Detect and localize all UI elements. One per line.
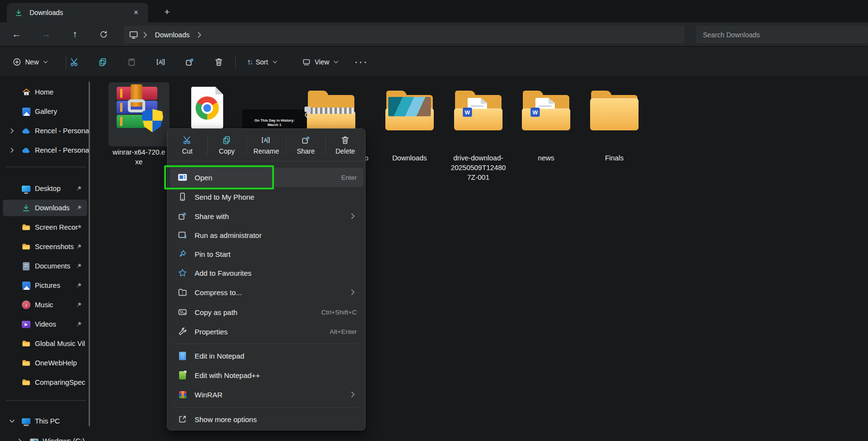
context-menu-item-pin-to-start[interactable]: Pin to Start — [170, 244, 364, 264]
command-bar: New A ↑↓ Sort View — [0, 47, 868, 77]
context-menu-item-copy-as-path[interactable]: Copy as path Ctrl+Shift+C — [170, 302, 364, 322]
breadcrumb-downloads[interactable]: Downloads — [155, 31, 190, 39]
pin-icon — [76, 282, 82, 289]
new-button[interactable]: New — [8, 52, 53, 72]
expand-icon — [178, 414, 187, 424]
share-button[interactable] — [180, 53, 199, 71]
search-box[interactable] — [696, 26, 868, 44]
tab-close-icon[interactable]: × — [130, 6, 142, 19]
context-menu-item-run-as-admin[interactable]: Run as administrator — [170, 225, 364, 245]
cut-button[interactable] — [65, 53, 84, 71]
context-menu: Cut Copy A Rename Share Delete Open — [167, 128, 365, 430]
sort-icon: ↑↓ — [247, 58, 252, 66]
sort-button[interactable]: ↑↓ Sort — [242, 52, 283, 72]
quick-rename-button[interactable]: A Rename — [246, 129, 286, 161]
sidebar-item-screenshots[interactable]: Screenshots — [3, 238, 87, 255]
onedrive-cloud-icon — [21, 145, 31, 155]
context-menu-item-edit-in-notepad[interactable]: Edit in Notepad — [170, 346, 364, 365]
sidebar-item-onedrive-2[interactable]: Rencel - Persona — [3, 142, 87, 158]
sidebar-item-screen-recordings[interactable]: Screen Recor — [3, 219, 87, 236]
pin-icon — [76, 185, 82, 192]
paste-button[interactable] — [122, 53, 141, 71]
sidebar-item-videos[interactable]: ▶ Videos — [3, 316, 87, 332]
uac-shield-icon — [142, 109, 163, 132]
folder-label-finals[interactable]: Finals — [580, 153, 648, 163]
sidebar-scrollbar[interactable] — [89, 81, 90, 426]
folder-label-downloads[interactable]: Downloads — [376, 153, 443, 163]
collapse-chevron-icon[interactable] — [9, 418, 15, 425]
context-menu-item-show-more-options[interactable]: Show more options — [170, 410, 364, 429]
folder-icon — [21, 222, 31, 232]
back-button[interactable]: ← — [8, 27, 25, 42]
sidebar-item-windows-c[interactable]: Windows (C:) — [3, 433, 87, 441]
quick-copy-button[interactable]: Copy — [207, 129, 247, 161]
pin-icon — [76, 243, 82, 250]
up-button[interactable]: ↑ — [67, 27, 83, 42]
folder-downloads[interactable] — [384, 89, 435, 132]
tab-title: Downloads — [30, 9, 130, 16]
context-menu-item-share-with[interactable]: Share with — [170, 206, 364, 226]
context-menu-item-compress-to[interactable]: Compress to... — [170, 283, 364, 302]
folder-label-news[interactable]: news — [512, 153, 580, 163]
notepad-icon — [178, 351, 187, 361]
quick-delete-button[interactable]: Delete — [325, 129, 365, 161]
expand-chevron-icon[interactable] — [9, 127, 15, 134]
winrar-exe-icon[interactable] — [117, 87, 161, 133]
sidebar-item-desktop[interactable]: Desktop — [3, 180, 87, 197]
menu-separator — [174, 407, 358, 408]
folder-drive-download[interactable]: W — [453, 89, 503, 132]
downloads-icon — [21, 203, 31, 213]
context-menu-item-add-to-favourites[interactable]: Add to Favourites — [170, 263, 364, 283]
context-menu-item-properties[interactable]: Properties Alt+Enter — [170, 322, 364, 341]
file-chrome-html[interactable] — [191, 87, 223, 128]
sidebar-item-pictures[interactable]: Pictures — [3, 277, 87, 294]
toolbar-divider — [235, 55, 236, 69]
new-tab-button[interactable]: + — [160, 5, 174, 19]
cut-icon — [183, 135, 192, 145]
sidebar-item-onewebhelp[interactable]: OneWebHelp — [3, 355, 87, 371]
sidebar-item-gallery[interactable]: Gallery — [3, 103, 87, 120]
chrome-icon — [196, 96, 219, 120]
copy-button[interactable] — [93, 53, 112, 71]
sidebar-divider — [6, 167, 86, 167]
view-button[interactable]: View — [297, 52, 344, 72]
see-more-button[interactable]: ··· — [351, 53, 371, 71]
submenu-chevron-icon — [349, 288, 357, 296]
downloads-tab-icon — [15, 9, 23, 17]
refresh-button[interactable] — [95, 27, 112, 42]
context-menu-item-send-to-phone[interactable]: Send to My Phone — [170, 187, 364, 206]
sidebar-item-this-pc[interactable]: This PC — [3, 413, 87, 429]
rename-icon: A — [156, 57, 167, 67]
delete-button[interactable] — [209, 53, 228, 71]
sidebar-item-onedrive-1[interactable]: Rencel - Persona — [3, 123, 87, 139]
folder-finals[interactable] — [589, 89, 640, 132]
cut-icon — [70, 57, 79, 67]
rename-button[interactable]: A — [152, 53, 171, 71]
context-menu-item-edit-with-notepadpp[interactable]: Edit with Notepad++ — [170, 365, 364, 385]
expand-chevron-icon[interactable] — [16, 438, 23, 441]
folder-news[interactable]: W — [521, 89, 571, 132]
path-icon — [178, 307, 187, 317]
phone-icon — [178, 192, 187, 202]
forward-button[interactable]: → — [38, 27, 54, 42]
tab-downloads[interactable]: Downloads × — [7, 3, 148, 22]
sidebar-item-downloads[interactable]: Downloads — [3, 200, 87, 216]
file-zip-folder[interactable] — [306, 89, 356, 132]
quick-share-button[interactable]: Share — [286, 129, 326, 161]
expand-chevron-icon[interactable] — [9, 147, 15, 154]
sort-button-label: Sort — [256, 58, 268, 66]
file-label-winrar[interactable]: winrar-x64-720.e xe — [105, 147, 173, 167]
context-menu-item-winrar[interactable]: WinRAR — [170, 385, 364, 404]
chevron-down-icon — [333, 59, 339, 65]
sidebar-item-documents[interactable]: Documents — [3, 258, 87, 274]
this-pc-icon — [21, 416, 31, 426]
address-bar[interactable]: Downloads — [124, 26, 685, 44]
search-input[interactable] — [703, 31, 861, 39]
sidebar-item-comparingspec[interactable]: ComparingSpec — [3, 374, 87, 391]
sidebar-item-music[interactable]: ♪ Music — [3, 297, 87, 313]
sidebar-item-home[interactable]: Home — [3, 84, 87, 100]
submenu-chevron-icon — [349, 212, 357, 220]
quick-cut-button[interactable]: Cut — [168, 129, 207, 161]
folder-label-drive-download[interactable]: drive-download- 20250509T12480 7Z-001 — [444, 153, 512, 182]
sidebar-item-global-music[interactable]: Global Music Vil — [3, 335, 87, 352]
